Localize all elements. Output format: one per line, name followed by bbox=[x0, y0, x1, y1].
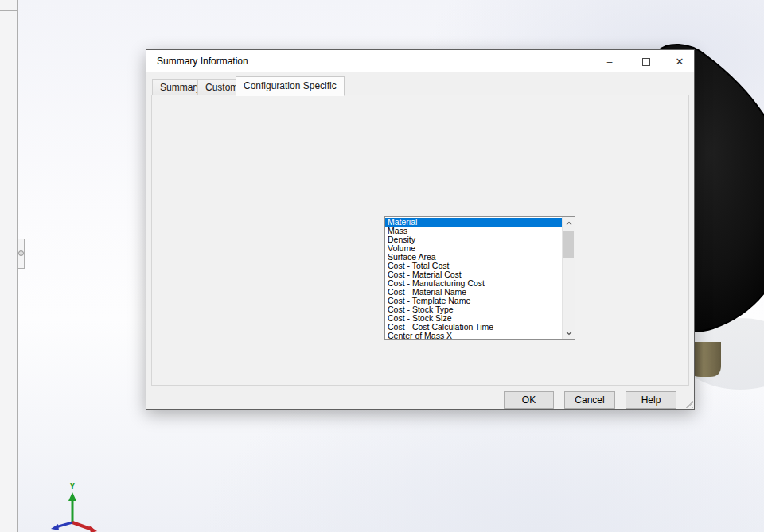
ok-button[interactable]: OK bbox=[504, 391, 554, 409]
panel-expand-handle[interactable] bbox=[18, 239, 25, 269]
close-button[interactable]: ✕ bbox=[667, 53, 692, 70]
dropdown-scrollbar[interactable] bbox=[562, 217, 575, 339]
minimize-icon: – bbox=[607, 56, 613, 68]
tab-configuration-specific[interactable]: Configuration Specific bbox=[236, 76, 345, 96]
maximize-button[interactable] bbox=[633, 53, 659, 70]
minimize-button[interactable]: – bbox=[597, 53, 622, 70]
help-button[interactable]: Help bbox=[626, 391, 676, 409]
triad-y-label: Y bbox=[69, 481, 76, 491]
dialog-titlebar[interactable]: Summary Information – ✕ bbox=[146, 50, 694, 72]
close-icon: ✕ bbox=[676, 56, 684, 68]
dialog-title: Summary Information bbox=[157, 56, 248, 67]
scroll-up-icon[interactable] bbox=[563, 217, 575, 229]
scroll-down-icon[interactable] bbox=[563, 327, 575, 339]
dropdown-item-center-of-mass-x[interactable]: Center of Mass X bbox=[385, 332, 562, 340]
y-axis-arrow-icon bbox=[68, 492, 76, 501]
maximize-icon bbox=[642, 58, 650, 66]
dropdown-item-material[interactable]: Material bbox=[385, 218, 562, 227]
scrollbar-thumb[interactable] bbox=[563, 231, 574, 258]
resize-grip[interactable] bbox=[683, 398, 693, 408]
summary-information-dialog: Summary Information – ✕ Summary Custom C… bbox=[146, 49, 695, 410]
cancel-button[interactable]: Cancel bbox=[564, 391, 615, 409]
collapsed-side-panel[interactable] bbox=[0, 0, 18, 532]
panel-handle-dot-icon bbox=[18, 250, 24, 256]
solidworks-viewport: Y Summary Information – ✕ Summary Custom… bbox=[0, 0, 764, 532]
origin-triad-icon: Y bbox=[32, 476, 103, 532]
side-panel-divider bbox=[0, 10, 18, 11]
property-value-dropdown-list: Material Mass Density Volume Surface Are… bbox=[384, 216, 575, 340]
